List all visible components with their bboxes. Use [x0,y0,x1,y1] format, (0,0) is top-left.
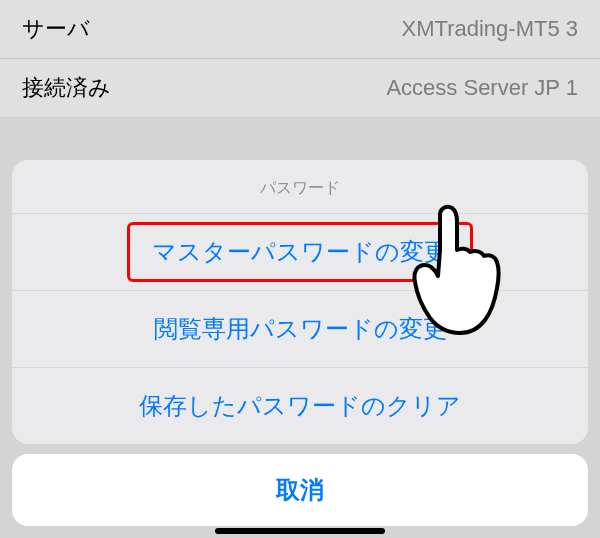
home-indicator[interactable] [215,528,385,534]
option-change-master-password[interactable]: マスターパスワードの変更 [12,214,588,291]
option-change-readonly-password[interactable]: 閲覧専用パスワードの変更 [12,291,588,368]
password-action-sheet: パスワード マスターパスワードの変更 閲覧専用パスワードの変更 保存したパスワー… [12,160,588,526]
cancel-label: 取消 [276,476,324,503]
option-clear-saved-passwords[interactable]: 保存したパスワードのクリア [12,368,588,444]
option-label: 保存したパスワードのクリア [139,392,461,419]
option-label: マスターパスワードの変更 [152,238,448,265]
action-sheet-group: パスワード マスターパスワードの変更 閲覧専用パスワードの変更 保存したパスワー… [12,160,588,444]
action-sheet-title: パスワード [12,160,588,214]
option-label: 閲覧専用パスワードの変更 [154,315,447,342]
cancel-button[interactable]: 取消 [12,454,588,526]
